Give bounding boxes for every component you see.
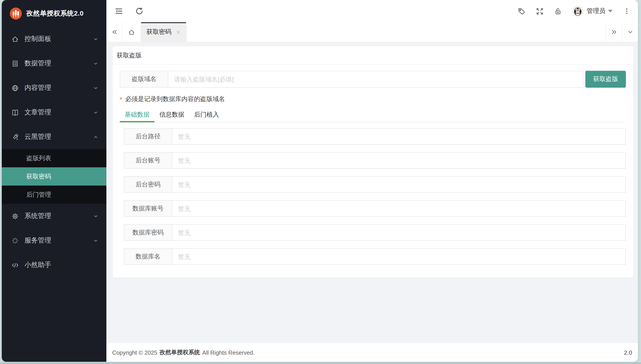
refresh-icon[interactable] <box>135 7 143 15</box>
caret-down-icon <box>608 10 612 12</box>
sidebar-item-label: 文章管理 <box>24 108 93 116</box>
sidebar-subitem-get-password[interactable]: 获取密码 <box>2 167 106 186</box>
sidebar-item-label: 服务管理 <box>24 236 93 245</box>
required-note: * 必须是记录到数据库内容的盗版域名 <box>120 95 626 103</box>
required-note-text: 必须是记录到数据库内容的盗版域名 <box>125 95 225 103</box>
backend-path-input[interactable] <box>172 128 626 144</box>
chevron-down-icon <box>93 213 98 219</box>
sidebar-item-content-management[interactable]: 内容管理 <box>2 76 106 100</box>
tabs-menu-button[interactable] <box>622 22 638 42</box>
database-name-input[interactable] <box>172 248 626 265</box>
tabs-scroll-right-button[interactable] <box>606 22 622 42</box>
home-icon <box>12 36 19 42</box>
field-row: 后台路径 <box>124 128 626 144</box>
home-tab[interactable] <box>122 22 141 42</box>
sidebar-item-service-management[interactable]: 服务管理 <box>2 228 106 253</box>
sidebar: 孜然单授权系统2.0 控制面板 <box>2 0 106 362</box>
document-icon <box>12 60 19 67</box>
tab-basic-data[interactable]: 基础数据 <box>120 109 154 122</box>
page: 孜然单授权系统2.0 控制面板 <box>0 0 641 364</box>
sidebar-subitem-label: 后门管理 <box>26 191 51 199</box>
close-icon[interactable] <box>176 30 181 34</box>
pirate-domain-input[interactable] <box>168 71 583 88</box>
field-row: 数据库账号 <box>124 200 626 217</box>
pirate-domain-label: 盗版域名 <box>120 71 168 88</box>
field-row: 后台账号 <box>124 152 626 169</box>
kebab-menu-icon[interactable] <box>623 8 630 15</box>
sidebar-item-label: 内容管理 <box>24 84 93 92</box>
fullscreen-icon[interactable] <box>536 7 544 15</box>
backend-account-input[interactable] <box>172 152 626 169</box>
logo-icon <box>10 7 22 19</box>
footer: Copyright © 2025 孜然单授权系统 All Rights Rese… <box>106 343 638 362</box>
tag-icon[interactable] <box>518 7 525 15</box>
backend-account-label: 后台账号 <box>124 152 172 169</box>
copyright-brand: 孜然单授权系统 <box>160 348 200 356</box>
copyright-post: All Rights Reserved. <box>202 349 255 356</box>
sidebar-item-data-management[interactable]: 数据管理 <box>2 51 106 76</box>
sidebar-item-label: 系统管理 <box>24 212 93 220</box>
sidebar-item-control-panel[interactable]: 控制面板 <box>2 27 106 51</box>
card-title: 获取盗版 <box>112 46 634 64</box>
required-asterisk: * <box>120 96 122 103</box>
card-body: 盗版域名 获取盗版 * 必须是记录到数据库内容的盗版域名 基础数据 <box>112 64 634 265</box>
chevron-down-icon <box>93 85 98 90</box>
sidebar-menu: 控制面板 数据管理 <box>2 27 106 362</box>
field-row: 后台密码 <box>124 176 626 193</box>
sidebar-subitem-backdoor-management[interactable]: 后门管理 <box>2 186 106 204</box>
version-label: 2.0 <box>624 349 632 356</box>
sidebar-subitem-label: 盗版列表 <box>26 154 51 162</box>
sidebar-item-cloud-black-management[interactable]: A 云黑管理 <box>2 124 106 149</box>
database-password-label: 数据库密码 <box>124 224 172 241</box>
sidebar-item-label: 数据管理 <box>24 59 93 68</box>
sidebar-item-xiaoran-assistant[interactable]: 小然助手 <box>2 253 106 277</box>
user-menu[interactable]: 管理员 <box>572 6 612 16</box>
chevron-down-icon <box>93 61 98 66</box>
tab-bar: 获取密码 <box>106 22 638 42</box>
tab-info-data[interactable]: 信息数据 <box>154 109 189 122</box>
field-row: 数据库密码 <box>124 224 626 241</box>
sidebar-item-system-management[interactable]: 系统管理 <box>2 204 106 228</box>
globe-icon <box>12 84 19 92</box>
svg-text:A: A <box>16 138 18 140</box>
logo: 孜然单授权系统2.0 <box>2 0 106 27</box>
code-icon <box>12 262 19 268</box>
database-password-input[interactable] <box>172 224 626 241</box>
tab-backdoor-implant[interactable]: 后门植入 <box>189 109 224 122</box>
tabs-scroll-left-button[interactable] <box>106 22 122 42</box>
content-area: 获取盗版 盗版域名 获取盗版 * 必须是记录到数据库内容的盗版域名 <box>106 42 638 343</box>
database-name-label: 数据库名 <box>124 248 172 265</box>
sidebar-subitem-label: 获取密码 <box>26 172 51 180</box>
get-pirate-card: 获取盗版 盗版域名 获取盗版 * 必须是记录到数据库内容的盗版域名 <box>112 46 634 278</box>
backend-password-input[interactable] <box>172 176 626 193</box>
avatar <box>572 6 583 16</box>
pirate-domain-row: 盗版域名 获取盗版 <box>120 71 626 88</box>
top-bar: 管理员 <box>106 0 638 22</box>
database-account-label: 数据库账号 <box>124 200 172 217</box>
sidebar-item-label: 云黑管理 <box>24 132 93 141</box>
gear-icon <box>12 212 19 220</box>
chevron-down-icon <box>93 110 98 115</box>
sidebar-subitem-pirate-list[interactable]: 盗版列表 <box>2 149 106 167</box>
brush-icon: A <box>12 133 19 140</box>
backend-path-label: 后台路径 <box>124 128 172 144</box>
get-pirate-button[interactable]: 获取盗版 <box>585 71 626 88</box>
chevron-down-icon <box>93 36 98 42</box>
lock-icon[interactable] <box>554 7 562 15</box>
basic-data-panel: 后台路径 后台账号 后台密码 数据库账号 <box>120 122 626 265</box>
collapse-sidebar-button[interactable] <box>115 7 123 15</box>
tab-get-password[interactable]: 获取密码 <box>141 22 186 42</box>
sidebar-item-label: 控制面板 <box>24 35 93 43</box>
book-icon <box>12 109 19 116</box>
database-account-input[interactable] <box>172 200 626 217</box>
sidebar-item-article-management[interactable]: 文章管理 <box>2 100 106 124</box>
app-window: 孜然单授权系统2.0 控制面板 <box>2 0 638 362</box>
sparkle-icon <box>12 237 19 244</box>
sidebar-item-label: 小然助手 <box>24 261 98 269</box>
pirate-domain-group: 盗版域名 <box>120 71 583 88</box>
app-title: 孜然单授权系统2.0 <box>26 9 84 18</box>
tab-title: 获取密码 <box>146 28 172 36</box>
data-tabs: 基础数据 信息数据 后门植入 <box>120 109 626 122</box>
chevron-up-icon <box>93 134 98 140</box>
tab-label: 后门植入 <box>194 111 219 118</box>
